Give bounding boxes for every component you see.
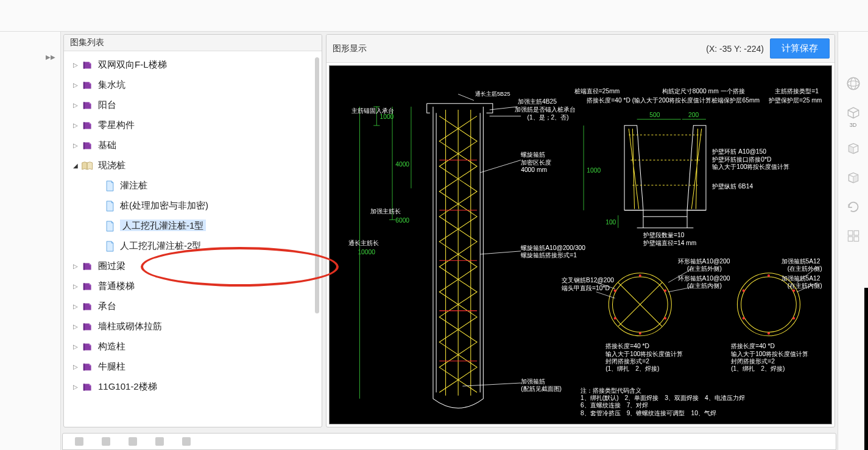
bottom-tool-1[interactable] xyxy=(75,437,83,446)
graphic-display-title: 图形显示 xyxy=(333,43,367,54)
expand-arrow-icon[interactable]: ▷ xyxy=(71,142,80,149)
bottom-tool-4[interactable] xyxy=(155,437,164,446)
bottom-tool-3[interactable] xyxy=(129,437,137,446)
sphere-view-icon[interactable] xyxy=(843,74,864,93)
tree-parent-item[interactable]: ▷构造柱 xyxy=(65,337,320,357)
expand-arrow-icon[interactable]: ▷ xyxy=(71,263,80,270)
expand-arrow-icon[interactable]: ▷ xyxy=(71,102,80,109)
lbl-note1: 1、绑扎(默认) 2、单面焊接 3、双面焊接 4、电渣压力焊 xyxy=(580,395,745,401)
lbl-hubi-input: 输入大于100将按长度值计算 xyxy=(712,163,789,170)
lbl-ringA3: 环形箍筋A10@200 xyxy=(678,275,730,282)
svg-rect-64 xyxy=(848,237,853,241)
lbl-cross: 交叉钢筋B12@200 xyxy=(562,277,614,284)
left-sidebar-collapsed: ▶▶ xyxy=(0,32,61,450)
expand-arrow-icon[interactable]: ▷ xyxy=(71,384,80,390)
cad-drawing-viewport[interactable]: 1000 4000 6000 10000 500 200 1000 100 通长… xyxy=(329,65,832,424)
tree-parent-item[interactable]: ▷圈过梁 xyxy=(65,256,320,276)
collapse-arrow-icon[interactable]: ◢ xyxy=(71,162,80,169)
svg-point-46 xyxy=(614,290,616,292)
lbl-djA3: 封闭搭接形式=2 xyxy=(605,358,649,365)
tree-parent-item[interactable]: ▷牛腿柱 xyxy=(65,357,320,377)
expand-arrow-icon[interactable]: ▷ xyxy=(71,363,80,370)
tree-item-label: 构造柱 xyxy=(98,341,125,352)
lbl-hubi-dajie: 护壁环筋接口搭接0*D xyxy=(711,156,771,163)
black-edge xyxy=(864,288,868,450)
expand-arrow-icon[interactable]: ▷ xyxy=(71,283,80,290)
svg-point-50 xyxy=(767,332,770,335)
svg-rect-62 xyxy=(848,230,853,235)
book-icon xyxy=(81,120,94,131)
lbl-hubi-huan: 护壁环筋 A10@150 xyxy=(711,148,766,155)
expand-arrow-icon[interactable]: ▷ xyxy=(71,323,80,330)
tree-parent-item[interactable]: ▷承台 xyxy=(65,296,320,316)
bottom-tool-2[interactable] xyxy=(102,437,110,446)
tree-parent-item[interactable]: ▷集水坑 xyxy=(65,75,320,95)
lbl-note2: 6、直螺纹连接 7、对焊 xyxy=(580,402,648,409)
openbook-icon xyxy=(81,160,94,171)
book-icon xyxy=(81,281,94,292)
tree-parent-item[interactable]: ▷双网双向F-L楼梯 xyxy=(65,55,320,75)
lbl-jiaqiang-anchor: 加强筋是否锚入桩承台 xyxy=(515,106,576,113)
svg-line-10 xyxy=(458,94,474,100)
rotate-icon[interactable] xyxy=(843,198,864,216)
expand-arrow-icon[interactable]: ▷ xyxy=(71,122,80,129)
expand-arrow-icon[interactable]: ▷ xyxy=(71,82,80,88)
tree-parent-item[interactable]: ▷墙柱或砌体拉筋 xyxy=(65,316,320,337)
book-icon xyxy=(81,100,94,111)
svg-point-41 xyxy=(639,274,641,277)
lbl-jiami-len: 加密区长度 xyxy=(521,159,551,166)
tree-item-label: 牛腿柱 xyxy=(98,361,125,373)
tree-parent-item[interactable]: ◢现浇桩 xyxy=(65,155,320,176)
tree-parent-item[interactable]: ▷基础 xyxy=(65,135,320,155)
lbl-ringA1: 环形箍筋A10@200 xyxy=(678,258,730,265)
svg-line-11 xyxy=(490,107,518,110)
tree-parent-item[interactable]: ▷普通楼梯 xyxy=(65,276,320,296)
scrollbar-thumb[interactable] xyxy=(315,57,319,313)
expand-arrow-icon[interactable]: ▷ xyxy=(71,303,80,310)
lbl-djB1: 搭接长度=40 *D xyxy=(731,343,775,349)
lbl-jiaqiang-len: 加强主筋长 xyxy=(370,208,401,215)
expand-arrow-icon[interactable]: ▷ xyxy=(71,343,80,350)
tree-item-label: 圈过梁 xyxy=(98,260,125,272)
tree-child-item[interactable]: 灌注桩 xyxy=(65,176,320,196)
tree-child-item[interactable]: 桩(处理加密与非加密) xyxy=(65,196,320,216)
lbl-hubi-protect: 护壁保护层=25 mm xyxy=(768,97,822,104)
expand-arrow-icon[interactable]: ▷ xyxy=(71,62,80,68)
dim-6000: 6000 xyxy=(395,217,409,224)
svg-point-51 xyxy=(743,317,745,320)
page-icon xyxy=(103,221,116,232)
3d-cube-icon[interactable] xyxy=(843,104,864,122)
tree-child-item[interactable]: 人工挖孔灌注桩-1型 xyxy=(65,216,320,236)
lbl-dajie-top: 搭接长度=40 *D (输入大于200将按长度值计算桩端保护层65mm xyxy=(587,97,760,104)
tree-item-label: 承台 xyxy=(98,301,116,312)
lbl-djA4: (1、绑扎 2、焊接) xyxy=(605,365,659,372)
book-icon xyxy=(81,80,94,91)
tree-item-label: 桩(处理加密与非加密) xyxy=(120,200,208,212)
cube-front-icon[interactable] xyxy=(843,139,864,157)
cad-drawing: 1000 4000 6000 10000 500 200 1000 100 通长… xyxy=(330,66,831,424)
tree-parent-item[interactable]: ▷11G101-2楼梯 xyxy=(65,377,320,397)
bottom-tool-5[interactable] xyxy=(182,437,191,446)
tree-item-label: 墙柱或砌体拉筋 xyxy=(98,321,162,332)
book-icon xyxy=(81,140,94,151)
svg-rect-63 xyxy=(854,230,859,235)
lbl-zhujin-anchor: 主筋锚固入承台 xyxy=(351,107,394,114)
book-icon xyxy=(81,301,94,312)
svg-point-59 xyxy=(847,77,859,90)
tree-parent-item[interactable]: ▷零星构件 xyxy=(65,115,320,135)
tree-parent-item[interactable]: ▷阳台 xyxy=(65,95,320,115)
right-toolbar: 3D xyxy=(838,32,868,450)
grid-icon[interactable] xyxy=(843,227,864,245)
3d-label: 3D xyxy=(843,122,864,128)
tree-item-label: 阳台 xyxy=(98,99,116,111)
cube-side-icon[interactable] xyxy=(843,168,864,187)
tree-item-label: 11G101-2楼梯 xyxy=(98,381,157,393)
calculate-save-button[interactable]: 计算保存 xyxy=(770,38,830,59)
lbl-hubi-zong: 护壁纵筋 6B14 xyxy=(711,183,753,190)
atlas-tree[interactable]: ▷双网双向F-L楼梯▷集水坑▷阳台▷零星构件▷基础◢现浇桩灌注桩桩(处理加密与非… xyxy=(64,51,322,427)
atlas-list-panel: 图集列表 ▷双网双向F-L楼梯▷集水坑▷阳台▷零星构件▷基础◢现浇桩灌注桩桩(处… xyxy=(63,34,322,427)
graphic-display-panel: 图形显示 (X: -35 Y: -224) 计算保存 xyxy=(326,34,835,427)
tree-child-item[interactable]: 人工挖孔灌注桩-2型 xyxy=(65,236,320,256)
svg-point-47 xyxy=(767,274,770,277)
expand-left-panel-icon[interactable]: ▶▶ xyxy=(46,54,55,60)
